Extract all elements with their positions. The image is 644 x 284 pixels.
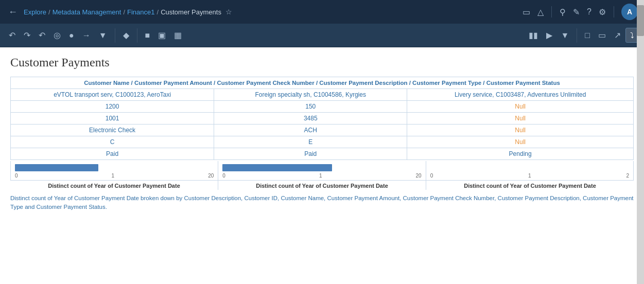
breadcrumb-explore[interactable]: Explore bbox=[24, 8, 46, 16]
cell-col3-row5: Null bbox=[407, 136, 634, 148]
axis-min-2: 0 bbox=[222, 173, 225, 179]
eye-dropdown-icon[interactable]: ▼ bbox=[557, 28, 572, 43]
cell-col2-row1: Foreign specialty sh, C1004586, Kyrgies bbox=[214, 89, 407, 101]
cell-col2-row3: 3485 bbox=[214, 113, 407, 125]
bar-2 bbox=[222, 164, 332, 171]
axis-min-1: 0 bbox=[15, 173, 18, 179]
bar-1 bbox=[15, 164, 98, 171]
back-button[interactable]: ← bbox=[6, 5, 20, 20]
user-avatar[interactable]: A bbox=[621, 4, 638, 20]
chart-bars-row: 0 1 20 0 1 20 0 bbox=[10, 161, 634, 181]
breadcrumb-current: Customer Payments bbox=[161, 8, 221, 16]
color-icon[interactable]: ◆ bbox=[119, 28, 133, 43]
toolbar: ↶ ↷ ↶ ◎ ● → ▼ ◆ ■ ▣ ▦ ▮▮ ▶ ▼ □ ▭ ↗ ⤵ bbox=[0, 24, 644, 47]
axis-labels-3: 0 1 2 bbox=[430, 172, 629, 179]
top-nav-icons: ▭ △ ⚲ ✎ ? ⚙ A bbox=[520, 4, 638, 20]
cell-col2-row4: ACH bbox=[214, 125, 407, 136]
bar-area-1 bbox=[15, 163, 214, 172]
axis-mid-3: 1 bbox=[528, 173, 531, 179]
cell-col3-row1: Livery service, C1003487, Adventures Unl… bbox=[407, 89, 634, 101]
cell-col2-row5: E bbox=[214, 136, 407, 148]
cell-col1-row6: Paid bbox=[11, 148, 214, 160]
axis-mid-1: 1 bbox=[112, 173, 115, 179]
chart-labels-row: Distinct count of Year of Customer Payme… bbox=[10, 181, 634, 190]
table-row: C E Null bbox=[11, 136, 634, 148]
axis-labels-2: 0 1 20 bbox=[222, 172, 421, 179]
help-icon[interactable]: ? bbox=[584, 5, 594, 19]
bar-area-3 bbox=[430, 163, 629, 172]
grid-icon[interactable]: □ bbox=[581, 28, 594, 43]
edit-icon[interactable]: ✎ bbox=[570, 5, 582, 20]
bar-area-2 bbox=[222, 163, 421, 172]
cell-col2-row6: Paid bbox=[214, 148, 407, 160]
arrow-dropdown-icon[interactable]: ▼ bbox=[95, 28, 111, 43]
cell-col3-row3: Null bbox=[407, 113, 634, 125]
table-header: Customer Name / Customer Payment Amount … bbox=[11, 77, 634, 89]
axis-max-3: 2 bbox=[626, 173, 629, 179]
redo-icon[interactable]: ↷ bbox=[20, 28, 34, 43]
scrollbar[interactable] bbox=[637, 0, 644, 284]
fullscreen-icon[interactable]: ↗ bbox=[611, 28, 624, 43]
swap-icon[interactable]: → bbox=[79, 28, 94, 43]
main-content: Customer Payments Customer Name / Custom… bbox=[0, 47, 644, 284]
axis-max-2: 20 bbox=[416, 173, 422, 179]
eye-icon[interactable]: ▶ bbox=[543, 28, 556, 43]
cell-col2-row2: 150 bbox=[214, 101, 407, 113]
container-icon[interactable]: ■ bbox=[142, 28, 154, 43]
footer-description: Distinct count of Year of Customer Payme… bbox=[10, 194, 634, 212]
search-icon[interactable]: ⚲ bbox=[557, 5, 568, 20]
scrollbar-thumb[interactable] bbox=[637, 5, 644, 36]
tooltip-icon[interactable]: ▣ bbox=[154, 28, 169, 43]
chart-cell-3: 0 1 2 bbox=[426, 161, 633, 180]
chart-label-2: Distinct count of Year of Customer Payme… bbox=[218, 181, 426, 190]
cell-col1-row2: 1200 bbox=[11, 101, 214, 113]
page-title: Customer Payments bbox=[10, 56, 634, 69]
chart-cell-2: 0 1 20 bbox=[218, 161, 426, 180]
table-row: 1200 150 Null bbox=[11, 101, 634, 113]
breadcrumb-metadata[interactable]: Metadata Management bbox=[53, 8, 121, 16]
chart-icon[interactable]: ▦ bbox=[170, 28, 185, 43]
axis-labels-1: 0 1 20 bbox=[15, 172, 214, 179]
chart-section: 0 1 20 0 1 20 0 bbox=[10, 161, 634, 190]
cell-col1-row1: eVTOL transport serv, C1000123, AeroTaxi bbox=[11, 89, 214, 101]
notification-icon[interactable]: ⚙ bbox=[596, 5, 608, 20]
table-row: eVTOL transport serv, C1000123, AeroTaxi… bbox=[11, 89, 634, 101]
tablet-icon[interactable]: ▭ bbox=[520, 5, 533, 20]
cell-col3-row2: Null bbox=[407, 101, 634, 113]
cell-col1-row4: Electronic Check bbox=[11, 125, 214, 136]
extract-icon[interactable]: ● bbox=[65, 28, 78, 43]
present-icon[interactable]: ▭ bbox=[595, 28, 610, 43]
axis-mid-2: 1 bbox=[319, 173, 322, 179]
favorite-star-icon[interactable]: ☆ bbox=[225, 8, 232, 16]
breadcrumb: Explore / Metadata Management / Finance1… bbox=[24, 8, 232, 16]
axis-max-1: 20 bbox=[208, 173, 214, 179]
chart-label-3: Distinct count of Year of Customer Payme… bbox=[426, 181, 634, 190]
axis-min-3: 0 bbox=[430, 173, 433, 179]
table-row: 1001 3485 Null bbox=[11, 113, 634, 125]
columns-icon[interactable]: ▮▮ bbox=[525, 28, 542, 43]
cell-col1-row5: C bbox=[11, 136, 214, 148]
cell-col3-row4: Null bbox=[407, 125, 634, 136]
data-source-icon[interactable]: ◎ bbox=[50, 28, 64, 43]
cell-col3-row6: Pending bbox=[407, 148, 634, 160]
cell-col1-row3: 1001 bbox=[11, 113, 214, 125]
chart-label-1: Distinct count of Year of Customer Payme… bbox=[10, 181, 218, 190]
data-table: Customer Name / Customer Payment Amount … bbox=[10, 77, 634, 160]
breadcrumb-finance[interactable]: Finance1 bbox=[127, 8, 154, 16]
chart-cell-1: 0 1 20 bbox=[11, 161, 218, 180]
table-row: Electronic Check ACH Null bbox=[11, 125, 634, 136]
undo-icon[interactable]: ↶ bbox=[5, 28, 19, 43]
undo2-icon[interactable]: ↶ bbox=[35, 28, 49, 43]
top-nav: ← Explore / Metadata Management / Financ… bbox=[0, 0, 644, 24]
table-row: Paid Paid Pending bbox=[11, 148, 634, 160]
cylinder-icon[interactable]: △ bbox=[535, 5, 546, 20]
